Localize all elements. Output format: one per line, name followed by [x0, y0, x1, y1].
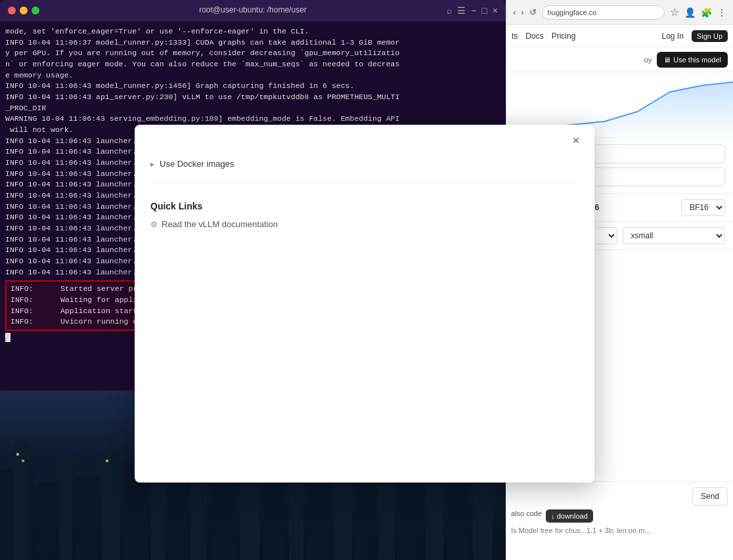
browser-url-bar[interactable]: huggingface.co: [542, 5, 665, 20]
svg-rect-26: [106, 460, 108, 462]
link-icon: ⚙: [150, 220, 158, 229]
terminal-line-4: INFO 10-04 11:06:43 api_server.py:230] v…: [5, 92, 500, 114]
action-row: also code ↓ download: [511, 509, 728, 523]
terminal-line-3: INFO 10-04 11:06:43 model_runner.py:1456…: [5, 81, 500, 92]
nav-item-ts[interactable]: ts: [512, 32, 518, 41]
svg-rect-25: [22, 460, 24, 462]
toolbar-label: oy: [644, 56, 652, 64]
maximize-dot[interactable]: [32, 7, 39, 14]
svg-rect-7: [102, 450, 120, 560]
svg-rect-12: [210, 476, 236, 560]
terminal-actions: ⌕ ☰ − □ ×: [447, 5, 498, 16]
modal-body: ▸ Use Docker images Quick Links ⚙ Read t…: [135, 151, 594, 480]
terminal-line-2: INFO 10-04 11:06:37 model_runner.py:1333…: [5, 37, 500, 81]
svg-rect-6: [76, 476, 99, 560]
download-btn[interactable]: ↓ download: [546, 509, 593, 523]
svg-rect-10: [167, 469, 189, 560]
menu-icon[interactable]: ☰: [457, 5, 466, 16]
search-icon[interactable]: ⌕: [447, 5, 452, 16]
also-code-label: also code: [511, 509, 542, 523]
terminal-line-1: mode, set 'enforce_eager=True' or use '-…: [5, 26, 500, 37]
minimize-dot[interactable]: [20, 7, 28, 14]
send-btn[interactable]: Send: [692, 487, 728, 506]
browser-back-btn[interactable]: ‹: [513, 7, 516, 17]
modal-header: ×: [135, 125, 594, 151]
browser-toolbar: oy 🖥 Use this model: [506, 47, 733, 72]
chevron-right-icon: ▸: [150, 160, 154, 169]
terminal-titlebar: root@user-ubuntu: /home/user ⌕ ☰ − □ ×: [0, 0, 506, 21]
browser-titlebar: ‹ › ↺ huggingface.co ☆ 👤 🧩 ⋮: [506, 0, 733, 25]
browser-nav-bar: ts Docs Pricing Log In Sign Up: [506, 25, 733, 47]
minimize-icon[interactable]: −: [471, 5, 476, 16]
browser-refresh-btn[interactable]: ↺: [529, 7, 537, 17]
quick-links-section: Quick Links ⚙ Read the vLLM documentatio…: [150, 190, 579, 237]
svg-rect-3: [13, 443, 30, 560]
docker-section: ▸ Use Docker images: [150, 151, 579, 174]
svg-rect-24: [16, 453, 19, 456]
quick-links-title: Quick Links: [150, 201, 579, 211]
profile-icon[interactable]: 👤: [684, 7, 696, 18]
terminal-window-controls: [8, 7, 39, 14]
browser-forward-btn[interactable]: ›: [521, 7, 523, 17]
section-divider: [150, 182, 579, 183]
use-this-model-btn[interactable]: 🖥 Use this model: [657, 52, 728, 68]
quick-link-vllm-docs[interactable]: ⚙ Read the vLLM documentation: [150, 217, 579, 232]
bookmark-icon[interactable]: ☆: [670, 6, 679, 18]
nav-login[interactable]: Log In: [661, 32, 683, 41]
dtype-dropdown[interactable]: BF16 FP16 FP32: [681, 199, 725, 216]
terminal-close-icon[interactable]: ×: [493, 5, 498, 16]
nav-item-docs[interactable]: Docs: [525, 32, 543, 41]
modal-close-btn[interactable]: ×: [568, 133, 584, 148]
modal-dialog: × ▸ Use Docker images Quick Links ⚙ Read…: [135, 125, 594, 483]
docker-title[interactable]: ▸ Use Docker images: [150, 159, 579, 169]
terminal-title: root@user-ubuntu: /home/user: [199, 5, 307, 14]
size-dropdown[interactable]: xsmall: [623, 227, 726, 244]
close-dot[interactable]: [8, 7, 16, 14]
svg-rect-4: [36, 483, 56, 560]
browser-menu-btn[interactable]: ⋮: [717, 7, 726, 18]
browser-footer: Send also code ↓ download Is Model tree …: [506, 481, 733, 560]
send-row: Send: [511, 487, 728, 506]
svg-rect-18: [355, 473, 376, 560]
nav-signup-btn[interactable]: Sign Up: [692, 30, 728, 42]
svg-rect-5: [59, 456, 72, 560]
extensions-icon[interactable]: 🧩: [701, 7, 712, 18]
restore-icon[interactable]: □: [481, 5, 487, 16]
model-tree-label: Is Model tree for chus...1.1 + 3b, len o…: [511, 527, 728, 534]
nav-item-pricing[interactable]: Pricing: [552, 32, 576, 41]
computer-icon: 🖥: [663, 56, 671, 64]
